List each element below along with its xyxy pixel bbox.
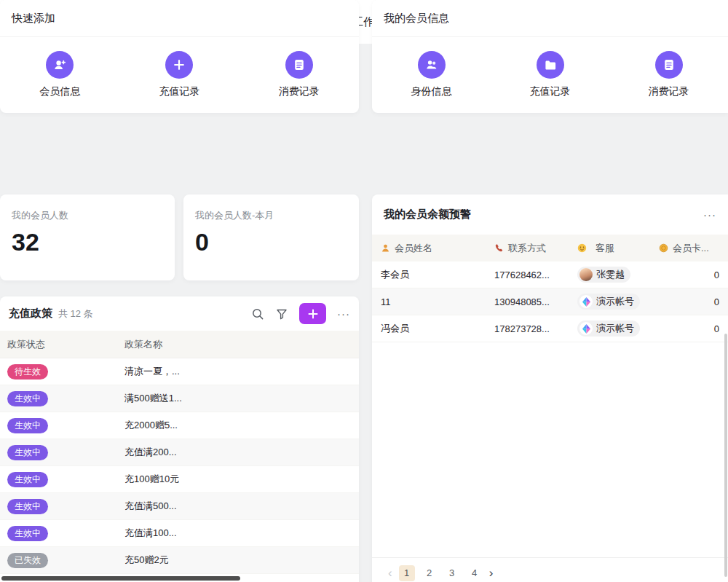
column-header-status[interactable]: 政策状态 bbox=[0, 338, 120, 351]
policy-row[interactable]: 生效中 充值满200... bbox=[0, 439, 359, 466]
page-2-button[interactable]: 2 bbox=[422, 565, 438, 581]
quick-add-card: 快速添加 会员信息 充值记录 消费记录 bbox=[0, 0, 359, 113]
policy-row[interactable]: 生效中 充2000赠5... bbox=[0, 412, 359, 439]
member-info-actions: 身份信息 充值记录 消费记录 bbox=[372, 37, 728, 112]
status-badge: 生效中 bbox=[7, 472, 48, 487]
member-agent-cell: 张雯越 bbox=[569, 267, 650, 283]
status-badge: 生效中 bbox=[7, 445, 48, 460]
member-table-body: 李会员 177628462... 张雯越 0 11 130948085... bbox=[372, 261, 728, 342]
member-row[interactable]: 李会员 177628462... 张雯越 0 bbox=[372, 261, 728, 288]
recharge-records-button[interactable]: 充值记录 bbox=[530, 51, 571, 98]
member-agent-cell: 演示帐号 bbox=[569, 321, 650, 337]
next-page-button[interactable]: › bbox=[489, 566, 494, 581]
member-phone-cell: 178273728... bbox=[486, 323, 569, 334]
member-phone-cell: 130948085... bbox=[486, 296, 569, 307]
member-add-icon bbox=[46, 51, 74, 79]
balance-warning-header: 我的会员余额预警 ··· bbox=[372, 194, 728, 235]
member-row[interactable]: 11 130948085... 演示帐号 0 bbox=[372, 288, 728, 315]
identity-info-button[interactable]: 身份信息 bbox=[411, 51, 452, 98]
member-name-cell: 李会员 bbox=[372, 268, 486, 281]
member-balance-cell: 0 bbox=[650, 296, 728, 307]
phone-icon bbox=[494, 243, 504, 253]
policy-row[interactable]: 生效中 满500赠送1... bbox=[0, 385, 359, 412]
member-name-cell: 11 bbox=[372, 296, 486, 307]
stat-label: 我的会员人数-本月 bbox=[195, 209, 347, 222]
policy-name-cell: 充值满200... bbox=[120, 446, 359, 459]
status-badge: 生效中 bbox=[7, 526, 48, 541]
policy-name-cell: 充2000赠5... bbox=[120, 419, 359, 432]
status-badge: 生效中 bbox=[7, 391, 48, 406]
photo-avatar bbox=[579, 268, 593, 281]
policy-row[interactable]: 待生效 清凉一夏，... bbox=[0, 358, 359, 385]
more-icon[interactable]: ··· bbox=[337, 308, 350, 319]
member-phone-cell: 177628462... bbox=[486, 270, 569, 280]
agent-pill: 演示帐号 bbox=[577, 321, 640, 337]
smiley-icon bbox=[577, 243, 587, 253]
column-header-agent[interactable]: 客服 bbox=[569, 242, 650, 255]
policy-name-cell: 充50赠2元 bbox=[120, 554, 359, 567]
identity-icon bbox=[418, 51, 446, 79]
member-row[interactable]: 冯会员 178273728... 演示帐号 0 bbox=[372, 315, 728, 342]
search-icon[interactable] bbox=[251, 307, 264, 321]
workbench-page: 客服工作台 快速添加 会员信息 充值记录 消费 bbox=[0, 0, 728, 582]
person-icon bbox=[381, 243, 390, 253]
policy-name-cell: 充值满100... bbox=[120, 527, 359, 540]
column-header-name[interactable]: 政策名称 bbox=[120, 338, 359, 351]
policy-name-cell: 充100赠10元 bbox=[120, 473, 359, 486]
pagination: ‹ 1 2 3 4 › bbox=[372, 557, 728, 582]
page-3-button[interactable]: 3 bbox=[444, 565, 460, 581]
more-icon[interactable]: ··· bbox=[703, 209, 716, 220]
prev-page-button[interactable]: ‹ bbox=[388, 566, 392, 581]
policy-row[interactable]: 生效中 充100赠10元 bbox=[0, 466, 359, 493]
recharge-policy-title: 充值政策 bbox=[9, 307, 52, 321]
action-label: 消费记录 bbox=[649, 85, 689, 98]
vertical-scrollbar[interactable] bbox=[724, 334, 727, 577]
add-policy-button[interactable] bbox=[299, 303, 326, 324]
column-header-member-card[interactable]: 会员卡... bbox=[650, 242, 728, 255]
stat-label: 我的会员人数 bbox=[12, 209, 163, 222]
folder-icon bbox=[537, 51, 564, 79]
policy-row[interactable]: 生效中 充值满500... bbox=[0, 493, 359, 520]
record-count: 共 12 条 bbox=[58, 307, 93, 321]
member-table-header: 会员姓名 联系方式 客服 会员卡... bbox=[372, 235, 728, 261]
demo-logo-icon bbox=[579, 322, 593, 335]
member-balance-cell: 0 bbox=[650, 270, 728, 280]
policy-row[interactable]: 生效中 充值满100... bbox=[0, 520, 359, 547]
add-member-info-button[interactable]: 会员信息 bbox=[39, 51, 80, 98]
column-header-member-name[interactable]: 会员姓名 bbox=[372, 242, 486, 255]
balance-warning-card: 我的会员余额预警 ··· 会员姓名 联系方式 客服 会员卡... bbox=[372, 194, 728, 582]
horizontal-scrollbar[interactable] bbox=[1, 576, 240, 581]
status-badge: 待生效 bbox=[7, 364, 48, 380]
recharge-policy-header: 充值政策 共 12 条 ··· bbox=[0, 296, 359, 331]
receipt-icon bbox=[655, 51, 683, 79]
status-badge: 生效中 bbox=[7, 418, 48, 433]
policy-name-cell: 满500赠送1... bbox=[120, 392, 359, 405]
add-consume-record-button[interactable]: 消费记录 bbox=[279, 51, 320, 98]
member-info-card: 我的会员信息 身份信息 充值记录 消费记录 bbox=[372, 0, 728, 113]
filter-icon[interactable] bbox=[275, 307, 288, 321]
policy-row[interactable]: 已失效 充50赠2元 bbox=[0, 547, 359, 574]
action-label: 会员信息 bbox=[39, 85, 80, 98]
stat-card-member-count-month: 我的会员人数-本月 0 bbox=[183, 194, 359, 280]
member-agent-cell: 演示帐号 bbox=[569, 294, 650, 310]
member-balance-cell: 0 bbox=[650, 323, 728, 334]
action-label: 消费记录 bbox=[279, 85, 320, 98]
policy-table-body: 待生效 清凉一夏，... 生效中 满500赠送1... 生效中 充2000赠5.… bbox=[0, 358, 359, 574]
policy-name-cell: 清凉一夏，... bbox=[120, 365, 359, 378]
demo-logo-icon bbox=[579, 295, 593, 308]
page-1-button[interactable]: 1 bbox=[399, 565, 415, 581]
stat-value: 32 bbox=[12, 228, 163, 256]
add-recharge-record-button[interactable]: 充值记录 bbox=[159, 51, 199, 98]
member-info-title: 我的会员信息 bbox=[372, 0, 728, 37]
action-label: 充值记录 bbox=[159, 85, 199, 98]
member-name-cell: 冯会员 bbox=[372, 322, 486, 335]
page-4-button[interactable]: 4 bbox=[467, 565, 483, 581]
status-badge: 已失效 bbox=[7, 553, 48, 568]
column-header-phone[interactable]: 联系方式 bbox=[486, 242, 569, 255]
consume-records-button[interactable]: 消费记录 bbox=[649, 51, 689, 98]
plus-icon bbox=[165, 51, 193, 79]
balance-warning-title: 我的会员余额预警 bbox=[384, 208, 471, 221]
stat-card-member-count: 我的会员人数 32 bbox=[0, 194, 175, 280]
quick-add-actions: 会员信息 充值记录 消费记录 bbox=[0, 37, 359, 112]
action-label: 身份信息 bbox=[411, 85, 452, 98]
